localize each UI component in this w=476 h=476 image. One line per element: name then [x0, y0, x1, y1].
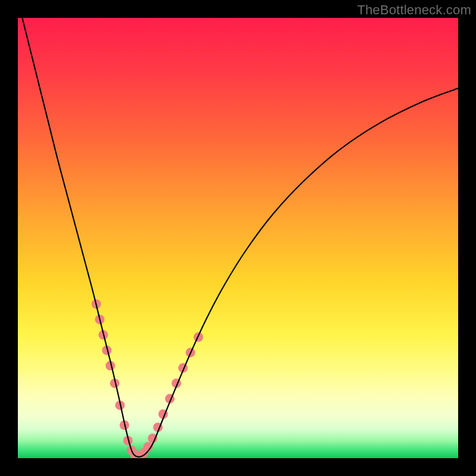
- plot-area: [18, 18, 458, 458]
- outer-frame: TheBottleneck.com: [0, 0, 476, 476]
- markers-layer: [92, 299, 203, 458]
- watermark-text: TheBottleneck.com: [357, 2, 471, 18]
- bottleneck-curve: [22, 18, 458, 457]
- chart-svg: [18, 18, 458, 458]
